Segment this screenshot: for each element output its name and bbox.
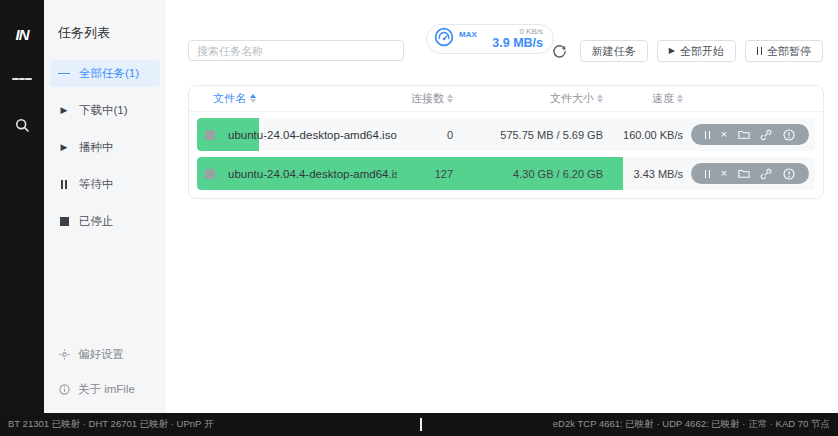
page-title: 任务列表 [50, 24, 160, 42]
pause-task-button[interactable] [705, 163, 710, 184]
pause-icon [705, 131, 710, 139]
table-header: 文件名 连接数 文件大小 速度 [189, 86, 823, 111]
task-filename: ubuntu-24.04-desktop-amd64.iso [228, 129, 397, 141]
table-row[interactable]: ubuntu-24.04-desktop-amd64.iso 0 575.75 … [197, 118, 815, 151]
task-info-button[interactable] [783, 124, 795, 145]
task-table: 文件名 连接数 文件大小 速度 [188, 85, 824, 199]
task-actions: × [691, 124, 809, 145]
link-icon [760, 168, 772, 180]
close-icon: × [721, 168, 727, 179]
toolbar: 新建任务 ▶全部开始 全部暂停 [552, 40, 823, 62]
sidebar-item-label: 播种中 [79, 140, 114, 155]
sidebar-item-label: 关于 imFile [78, 382, 135, 397]
task-status-icon [205, 169, 215, 179]
app-logo: IN [16, 26, 29, 43]
status-bar: BT 21301 已映射 · DHT 26701 已映射 · UPnP 开 eD… [0, 413, 838, 436]
open-folder-button[interactable] [738, 124, 750, 145]
sidebar-item-about[interactable]: 关于 imFile [50, 376, 160, 403]
info-icon [783, 129, 795, 141]
app-rail: IN [0, 0, 44, 413]
close-icon: × [721, 129, 727, 140]
play-icon: ▶ [58, 106, 70, 115]
start-all-button[interactable]: ▶全部开始 [657, 40, 736, 62]
task-size: 575.75 MB / 5.69 GB [453, 129, 603, 141]
task-info-button[interactable] [783, 163, 795, 184]
sidebar-item-label: 偏好设置 [78, 347, 124, 362]
gear-icon [58, 349, 70, 360]
sidebar-item-label: 等待中 [79, 177, 114, 192]
info-icon [58, 384, 70, 395]
link-icon [760, 129, 772, 141]
copy-link-button[interactable] [760, 163, 772, 184]
ed2k-status-text: eD2k TCP 4661: 已映射 · UDP 4662: 已映射 · 正常 … [553, 418, 830, 431]
copy-link-button[interactable] [760, 124, 772, 145]
pause-icon [705, 170, 710, 178]
search-icon[interactable] [12, 115, 32, 135]
sidebar: 任务列表 全部任务(1) ▶ 下载中(1) ▶ 播种中 等待中 已停止 偏好设置 [44, 0, 166, 413]
play-icon: ▶ [58, 143, 70, 152]
speed-gauge[interactable]: MAX 0 KB/s 3.9 MB/s [426, 24, 554, 54]
sidebar-item-preferences[interactable]: 偏好设置 [50, 341, 160, 368]
column-header-size[interactable]: 文件大小 [453, 91, 603, 106]
speedometer-icon [434, 27, 454, 51]
sidebar-item-all-tasks[interactable]: 全部任务(1) [50, 60, 160, 87]
sidebar-item-seeding[interactable]: ▶ 播种中 [50, 134, 160, 161]
folder-icon [738, 168, 750, 179]
new-task-button[interactable]: 新建任务 [580, 40, 648, 62]
stop-icon [58, 217, 70, 226]
refresh-button[interactable] [552, 44, 567, 59]
task-status-icon [205, 130, 215, 140]
task-rows: ubuntu-24.04-desktop-amd64.iso 0 575.75 … [189, 112, 823, 194]
column-header-connections[interactable]: 连接数 [397, 91, 453, 106]
task-connections: 0 [397, 129, 453, 141]
folder-icon [738, 129, 750, 140]
info-icon [783, 168, 795, 180]
sidebar-item-downloading[interactable]: ▶ 下载中(1) [50, 97, 160, 124]
all-tasks-icon [58, 71, 70, 75]
upload-speed: 0 KB/s [492, 27, 543, 36]
main-panel: MAX 0 KB/s 3.9 MB/s 新建任务 ▶全部开始 全部暂停 文件名 [166, 0, 838, 413]
task-size: 4.30 GB / 6.20 GB [453, 168, 603, 180]
play-icon: ▶ [669, 47, 675, 55]
pause-icon [757, 47, 762, 55]
table-row[interactable]: ubuntu-24.04.4-desktop-amd64.iso 127 4.3… [197, 157, 815, 190]
download-speed: 3.9 MB/s [492, 36, 543, 50]
sidebar-item-label: 全部任务(1) [79, 66, 139, 81]
sidebar-item-stopped[interactable]: 已停止 [50, 208, 160, 235]
pause-task-button[interactable] [705, 124, 710, 145]
sidebar-item-waiting[interactable]: 等待中 [50, 171, 160, 198]
column-header-speed[interactable]: 速度 [603, 91, 683, 106]
sidebar-item-label: 已停止 [79, 214, 114, 229]
task-speed: 3.43 MB/s [603, 168, 683, 180]
task-list-icon[interactable] [12, 69, 32, 89]
task-actions: × [691, 163, 809, 184]
task-speed: 160.00 KB/s [603, 129, 683, 141]
column-header-name[interactable]: 文件名 [213, 91, 397, 106]
status-divider [420, 418, 422, 431]
delete-task-button[interactable]: × [721, 124, 727, 145]
sort-icon [677, 94, 683, 103]
pause-icon [58, 180, 70, 189]
imfile-window: IN 任务列表 全部任务(1) ▶ 下载中(1) ▶ 播种中 等待中 已停止 [0, 0, 838, 413]
task-connections: 127 [397, 168, 453, 180]
sort-icon [250, 94, 256, 103]
task-search-input[interactable] [188, 40, 404, 61]
gauge-max-label: MAX [459, 30, 477, 39]
sidebar-item-label: 下载中(1) [79, 103, 128, 118]
task-filename: ubuntu-24.04.4-desktop-amd64.iso [228, 168, 397, 180]
bt-status-text: BT 21301 已映射 · DHT 26701 已映射 · UPnP 开 [8, 418, 213, 431]
delete-task-button[interactable]: × [721, 163, 727, 184]
pause-all-button[interactable]: 全部暂停 [745, 40, 823, 62]
open-folder-button[interactable] [738, 163, 750, 184]
